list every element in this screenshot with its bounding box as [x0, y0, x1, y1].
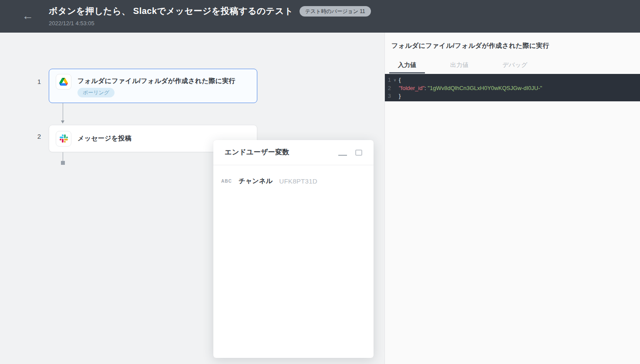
polling-badge: ポーリング: [77, 88, 115, 97]
workflow-step-card-1[interactable]: フォルダにファイル/フォルダが作成された際に実行 ポーリング: [49, 69, 257, 103]
step-number-2: 2: [36, 133, 43, 140]
app-header: ← ボタンを押したら、 Slackでメッセージを投稿するのテスト テスト時のバー…: [0, 0, 640, 33]
variable-name: チャンネル: [239, 177, 273, 185]
variable-value: UFK8PT31D: [279, 177, 317, 185]
json-string-value: "1gWv8dQlhCn3GLxH0Y0wKQSJGw-dI0JU-": [428, 85, 542, 91]
json-key: "folder_id": [399, 85, 424, 91]
timestamp: 2022/12/1 4:53:05: [49, 20, 371, 27]
tab-output-values[interactable]: 出力値: [441, 58, 477, 73]
code-line: 2 "folder_id": "1gWv8dQlhCn3GLxH0Y0wKQSJ…: [385, 84, 640, 93]
tab-input-values[interactable]: 入力値: [389, 58, 425, 73]
connector-arrow-icon: [61, 120, 64, 124]
fold-chevron-icon[interactable]: ∨: [391, 76, 399, 84]
line-number: 2: [385, 84, 391, 93]
variable-row[interactable]: ABC チャンネル UFK8PT31D: [221, 177, 366, 185]
slack-icon: [56, 131, 71, 147]
modal-window-controls: [338, 150, 362, 156]
code-text: {: [399, 76, 401, 84]
tab-debug[interactable]: デバッグ: [494, 58, 536, 73]
minimize-icon: [338, 155, 347, 156]
modal-header: エンドユーザー変数: [213, 140, 374, 165]
code-line: 1 ∨ {: [385, 76, 640, 84]
step-title: フォルダにファイル/フォルダが作成された際に実行: [77, 77, 236, 85]
line-number: 3: [385, 92, 391, 100]
gutter-spacer: [391, 84, 399, 93]
step-connector: [61, 103, 65, 124]
google-drive-icon: [56, 74, 71, 90]
line-number: 1: [385, 76, 391, 84]
connector-end-square: [61, 161, 65, 165]
step-connector-end: [61, 152, 65, 165]
version-badge: テスト時のバージョン 11: [300, 6, 371, 17]
code-text: }: [399, 92, 401, 100]
detail-panel: フォルダにファイル/フォルダが作成された際に実行 入力値 出力値 デバッグ 1 …: [384, 33, 640, 364]
maximize-icon: [355, 150, 362, 156]
panel-title: フォルダにファイル/フォルダが作成された際に実行: [391, 42, 549, 50]
code-line: 3 }: [385, 92, 640, 100]
connector-line: [63, 103, 64, 120]
text-type-badge: ABC: [221, 179, 232, 184]
step-title: メッセージを投稿: [77, 134, 131, 143]
maximize-button[interactable]: [355, 150, 362, 156]
back-button[interactable]: ←: [21, 9, 35, 23]
header-title-block: ボタンを押したら、 Slackでメッセージを投稿するのテスト テスト時のバージョ…: [49, 5, 371, 27]
panel-tabs: 入力値 出力値 デバッグ: [389, 58, 552, 73]
end-user-variables-modal: エンドユーザー変数 ABC チャンネル UFK8PT31D: [213, 140, 374, 358]
page-title: ボタンを押したら、 Slackでメッセージを投稿するのテスト: [49, 5, 293, 17]
gutter-spacer: [391, 92, 399, 100]
step-number-1: 1: [36, 78, 43, 85]
modal-title: エンドユーザー変数: [225, 148, 338, 157]
code-text: "folder_id": "1gWv8dQlhCn3GLxH0Y0wKQSJGw…: [399, 84, 542, 93]
modal-body: ABC チャンネル UFK8PT31D: [213, 165, 374, 197]
connector-line: [63, 152, 64, 162]
json-code-viewer[interactable]: 1 ∨ { 2 "folder_id": "1gWv8dQlhCn3GLxH0Y…: [385, 74, 640, 101]
back-arrow-icon: ←: [22, 9, 34, 22]
minimize-button[interactable]: [338, 150, 347, 156]
